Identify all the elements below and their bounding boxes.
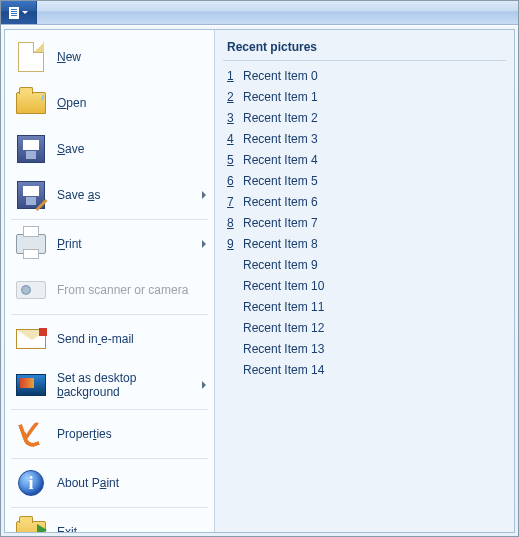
menu-item-label: Open — [57, 96, 206, 110]
recent-item-number: 3 — [227, 111, 243, 125]
menu-item-new[interactable]: New — [5, 34, 214, 80]
recent-item[interactable]: 6Recent Item 5 — [223, 170, 506, 191]
recent-item-number: 7 — [227, 195, 243, 209]
recent-item[interactable]: 7Recent Item 6 — [223, 191, 506, 212]
menu-item-saveas[interactable]: Save as — [5, 172, 214, 218]
recent-item-label: Recent Item 10 — [243, 279, 324, 293]
menu-item-label: Save — [57, 142, 206, 156]
mail-icon — [15, 323, 47, 355]
print-icon — [15, 228, 47, 260]
menu-separator — [11, 314, 208, 315]
recent-item-number: 8 — [227, 216, 243, 230]
recent-item-number: 6 — [227, 174, 243, 188]
menu-body: NewOpenSaveSave asPrintFrom scanner or c… — [1, 25, 518, 536]
menu-item-about[interactable]: About Paint — [5, 460, 214, 506]
submenu-arrow-icon — [202, 381, 206, 389]
recent-item[interactable]: Recent Item 9 — [223, 254, 506, 275]
recent-item-label: Recent Item 4 — [243, 153, 318, 167]
menu-item-label: Save as — [57, 188, 196, 202]
application-menu-button[interactable] — [1, 1, 37, 24]
menu-item-label: Set as desktop background — [57, 371, 196, 399]
recent-item-label: Recent Item 0 — [243, 69, 318, 83]
menu-item-label: Properties — [57, 427, 206, 441]
recent-item-number: 4 — [227, 132, 243, 146]
new-icon — [15, 41, 47, 73]
recent-item-label: Recent Item 1 — [243, 90, 318, 104]
recent-item-label: Recent Item 3 — [243, 132, 318, 146]
recent-item-label: Recent Item 14 — [243, 363, 324, 377]
recent-item[interactable]: Recent Item 12 — [223, 317, 506, 338]
menu-item-sendmail[interactable]: Send in e-mail — [5, 316, 214, 362]
recent-item-number: 1 — [227, 69, 243, 83]
recent-item-number: 9 — [227, 237, 243, 251]
menu-separator — [11, 458, 208, 459]
recent-item-number: 5 — [227, 153, 243, 167]
recent-item-label: Recent Item 13 — [243, 342, 324, 356]
recent-title: Recent pictures — [223, 36, 506, 61]
dropdown-caret-icon — [22, 11, 28, 14]
menu-item-open[interactable]: Open — [5, 80, 214, 126]
main-menu-pane: NewOpenSaveSave asPrintFrom scanner or c… — [5, 30, 215, 532]
menu-item-setbg[interactable]: Set as desktop background — [5, 362, 214, 408]
document-icon — [9, 7, 19, 19]
recent-item[interactable]: 5Recent Item 4 — [223, 149, 506, 170]
ribbon-header — [1, 1, 518, 25]
recent-item-label: Recent Item 5 — [243, 174, 318, 188]
menu-item-exit[interactable]: Exit — [5, 509, 214, 532]
recent-item-number: 2 — [227, 90, 243, 104]
about-icon — [15, 467, 47, 499]
menu-item-label: Exit — [57, 525, 206, 532]
menu-separator — [11, 219, 208, 220]
menu-item-label: From scanner or camera — [57, 283, 206, 297]
menu-item-label: Print — [57, 237, 196, 251]
recent-item[interactable]: 9Recent Item 8 — [223, 233, 506, 254]
menu-inner: NewOpenSaveSave asPrintFrom scanner or c… — [4, 29, 515, 533]
menu-item-label: About Paint — [57, 476, 206, 490]
recent-item[interactable]: 1Recent Item 0 — [223, 65, 506, 86]
submenu-arrow-icon — [202, 240, 206, 248]
recent-item-label: Recent Item 6 — [243, 195, 318, 209]
paint-application-menu: NewOpenSaveSave asPrintFrom scanner or c… — [0, 0, 519, 537]
recent-item[interactable]: Recent Item 11 — [223, 296, 506, 317]
recent-item[interactable]: Recent Item 10 — [223, 275, 506, 296]
menu-separator — [11, 409, 208, 410]
menu-item-save[interactable]: Save — [5, 126, 214, 172]
recent-list: 1Recent Item 02Recent Item 13Recent Item… — [223, 65, 506, 380]
exit-icon — [15, 516, 47, 532]
recent-item-label: Recent Item 11 — [243, 300, 324, 314]
recent-item[interactable]: Recent Item 14 — [223, 359, 506, 380]
recent-item-label: Recent Item 12 — [243, 321, 324, 335]
props-icon — [15, 418, 47, 450]
scan-icon — [15, 274, 47, 306]
save-icon — [15, 133, 47, 165]
menu-item-props[interactable]: Properties — [5, 411, 214, 457]
recent-item-label: Recent Item 7 — [243, 216, 318, 230]
recent-item-label: Recent Item 2 — [243, 111, 318, 125]
recent-item[interactable]: 8Recent Item 7 — [223, 212, 506, 233]
recent-item[interactable]: 4Recent Item 3 — [223, 128, 506, 149]
menu-item-print[interactable]: Print — [5, 221, 214, 267]
recent-item[interactable]: 2Recent Item 1 — [223, 86, 506, 107]
recent-item[interactable]: 3Recent Item 2 — [223, 107, 506, 128]
recent-item[interactable]: Recent Item 13 — [223, 338, 506, 359]
submenu-arrow-icon — [202, 191, 206, 199]
menu-item-label: Send in e-mail — [57, 332, 206, 346]
open-icon — [15, 87, 47, 119]
recent-item-label: Recent Item 9 — [243, 258, 318, 272]
saveas-icon — [15, 179, 47, 211]
desktop-icon — [15, 369, 47, 401]
recent-item-label: Recent Item 8 — [243, 237, 318, 251]
recent-pane: Recent pictures 1Recent Item 02Recent It… — [215, 30, 514, 532]
menu-separator — [11, 507, 208, 508]
menu-item-label: New — [57, 50, 206, 64]
menu-item-scan: From scanner or camera — [5, 267, 214, 313]
